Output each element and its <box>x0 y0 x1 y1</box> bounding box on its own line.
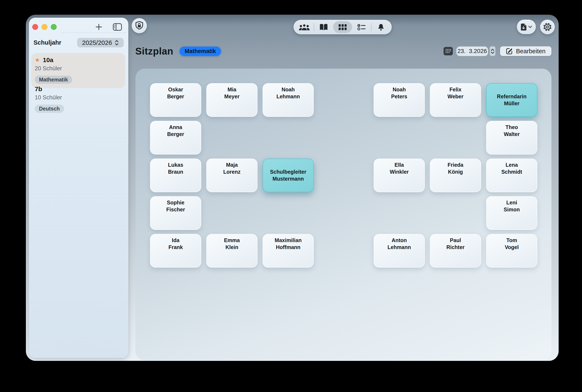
close-button[interactable] <box>32 24 38 30</box>
seat-card[interactable]: Mia Meyer <box>206 83 257 117</box>
date-input[interactable]: 23. 3.2026 <box>456 46 488 56</box>
class-subject-pill: Deutsch <box>35 105 64 113</box>
seat-last-name: Fischer <box>150 206 201 213</box>
checklist-icon <box>357 24 366 30</box>
seat-first-name: Sophie <box>150 199 201 206</box>
seat-last-name: Frank <box>150 244 201 251</box>
school-year-select[interactable]: 2025/2026 <box>77 38 124 47</box>
edit-button[interactable]: Bearbeiten <box>500 46 551 56</box>
tab-notifications[interactable] <box>372 21 390 33</box>
seat-card[interactable]: Lena Schmidt <box>486 158 537 192</box>
seat-first-name: Mia <box>207 86 257 93</box>
chevron-down-icon <box>528 26 532 28</box>
seat-card[interactable]: Anna Berger <box>150 121 201 154</box>
book-icon <box>320 23 328 31</box>
seating-plan-canvas[interactable]: Oskar Berger Mia Meyer Noah Lehmann Noah… <box>135 69 551 360</box>
view-segmented-control <box>294 20 392 34</box>
settings-gear-icon <box>543 22 552 32</box>
seat-last-name: Simon <box>487 206 537 213</box>
school-year-label: Schuljahr <box>34 39 61 46</box>
seat-card[interactable]: Leni Simon <box>486 196 537 230</box>
seat-card[interactable]: Paul Richter <box>430 234 481 268</box>
seat-first-name: Maja <box>207 162 257 168</box>
seat-card[interactable]: Maja Lorenz <box>206 158 257 192</box>
seat-card[interactable]: Referndarin Müller <box>486 83 537 117</box>
school-year-row: Schuljahr 2025/2026 <box>34 38 124 47</box>
seat-last-name: Lehmann <box>263 93 313 100</box>
seat-last-name: Peters <box>374 93 424 100</box>
seat-card[interactable]: Maximilian Hoffmann <box>262 234 314 268</box>
seat-first-name: Theo <box>487 124 537 131</box>
content-header: Sitzplan Mathematik 23. 3.2026 Bearbeite… <box>135 43 551 60</box>
toggle-sidebar-button[interactable] <box>113 23 122 31</box>
seat-first-name: Schulbegleiter <box>263 168 313 175</box>
tab-tasks[interactable] <box>352 21 371 33</box>
grid-icon <box>339 24 347 30</box>
tab-lessons[interactable] <box>314 21 333 33</box>
privacy-shield-button[interactable] <box>132 18 147 33</box>
seat-card[interactable]: Theo Walter <box>486 121 537 154</box>
seat-card[interactable]: Schulbegleiter Mustermann <box>262 158 314 192</box>
seat-last-name: Hoffmann <box>263 244 313 251</box>
seat-card[interactable]: Noah Peters <box>374 83 425 117</box>
sidebar: Schuljahr 2025/2026 ★ 10a 20 Schüler Mat… <box>29 18 128 358</box>
seat-last-name: Richter <box>430 244 481 251</box>
app-window: Schuljahr 2025/2026 ★ 10a 20 Schüler Mat… <box>26 15 559 361</box>
seat-first-name: Oskar <box>150 86 201 93</box>
tab-seating-plan[interactable] <box>333 21 352 33</box>
class-name: 7b <box>35 86 42 93</box>
class-head: ★ 10a <box>35 56 122 64</box>
seat-first-name: Lena <box>487 162 537 168</box>
seat-card[interactable]: Sophie Fischer <box>150 196 201 230</box>
seat-first-name: Anna <box>150 124 201 131</box>
sidebar-item-class-7b[interactable]: 7b 10 Schüler Deutsch <box>31 82 125 117</box>
settings-button[interactable] <box>540 20 555 34</box>
export-button[interactable] <box>517 20 536 34</box>
bell-icon <box>377 23 385 31</box>
seat-first-name: Ida <box>150 237 201 244</box>
tab-students[interactable] <box>295 21 314 33</box>
seat-last-name: Vogel <box>487 244 537 251</box>
seat-last-name: Schmidt <box>487 168 537 175</box>
people-icon <box>299 23 310 31</box>
seat-first-name: Maximilian <box>263 237 313 244</box>
zoom-button[interactable] <box>51 24 57 30</box>
seat-first-name: Anton <box>374 237 424 244</box>
edit-button-label: Bearbeiten <box>516 48 545 55</box>
seat-card[interactable]: Emma Klein <box>206 234 257 268</box>
page-title: Sitzplan <box>135 46 173 57</box>
seat-last-name: Lorenz <box>207 168 257 175</box>
seat-card[interactable]: Ella Winkler <box>374 158 425 192</box>
date-stepper[interactable] <box>490 46 495 56</box>
seat-card[interactable]: Oskar Berger <box>150 83 201 117</box>
seat-last-name: Müller <box>487 100 537 107</box>
seat-last-name: Meyer <box>207 93 257 100</box>
seat-first-name: Frieda <box>430 162 481 168</box>
seat-first-name: Paul <box>430 237 481 244</box>
plus-icon <box>95 23 103 31</box>
seat-card[interactable]: Noah Lehmann <box>262 83 314 117</box>
seat-card[interactable]: Felix Weber <box>430 83 481 117</box>
shield-lock-icon <box>135 21 144 30</box>
seat-card[interactable]: Ida Frank <box>150 234 201 268</box>
seat-last-name: Weber <box>430 93 481 100</box>
seat-first-name: Referndarin <box>487 93 537 100</box>
seat-first-name: Leni <box>487 199 537 206</box>
seat-first-name: Lukas <box>150 162 201 168</box>
seat-last-name: Berger <box>150 93 201 100</box>
class-student-count: 10 Schüler <box>35 94 122 101</box>
class-student-count: 20 Schüler <box>35 65 122 72</box>
seat-last-name: König <box>430 168 481 175</box>
seat-card[interactable]: Anton Lehmann <box>374 234 425 268</box>
seat-card[interactable]: Lukas Braun <box>150 158 201 192</box>
desktop: { "window": { "traffic_lights": { "close… <box>0 0 582 392</box>
add-class-button[interactable] <box>94 23 103 31</box>
calendar-icon[interactable] <box>443 47 453 56</box>
minimize-button[interactable] <box>42 24 47 30</box>
seat-card[interactable]: Frieda König <box>430 158 481 192</box>
stepper-up-icon <box>491 49 494 51</box>
seat-first-name: Felix <box>430 86 481 93</box>
seat-last-name: Lehmann <box>374 244 424 251</box>
seat-last-name: Mustermann <box>263 175 313 182</box>
seat-card[interactable]: Tom Vogel <box>486 234 537 268</box>
